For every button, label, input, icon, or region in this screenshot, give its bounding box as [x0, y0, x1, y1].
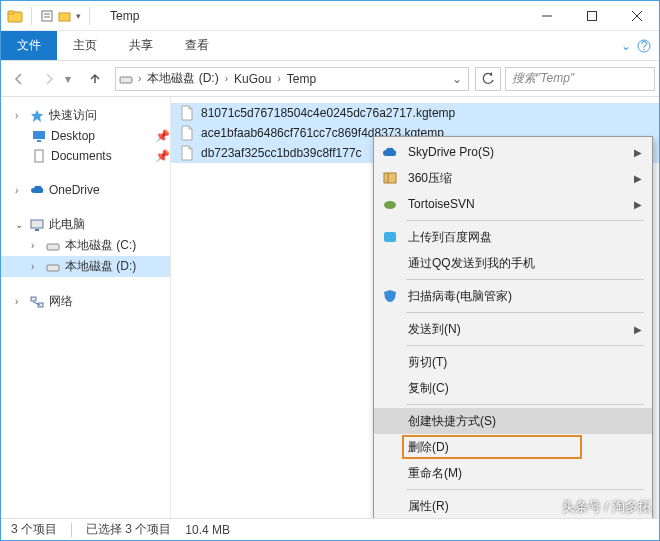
blank-icon	[380, 438, 400, 456]
file-name: db723af325cc1bdb39c8ff177c	[201, 146, 362, 160]
svg-rect-24	[384, 173, 396, 183]
separator	[406, 345, 644, 346]
search-input[interactable]: 搜索"Temp"	[505, 67, 655, 91]
blank-icon	[380, 497, 400, 515]
sidebar-item-label: 网络	[49, 293, 73, 310]
chevron-right-icon: ▶	[634, 173, 642, 184]
menu-item-rename[interactable]: 重命名(M)	[374, 460, 652, 486]
menu-item-delete[interactable]: 删除(D)	[374, 434, 652, 460]
qat-properties-icon[interactable]	[40, 9, 54, 23]
maximize-button[interactable]	[569, 1, 614, 31]
blank-icon	[380, 412, 400, 430]
menu-item-360zip[interactable]: 360压缩 ▶	[374, 165, 652, 191]
minimize-button[interactable]	[524, 1, 569, 31]
sidebar-item-label: OneDrive	[49, 183, 100, 197]
nav-forward-button[interactable]	[35, 65, 63, 93]
ribbon-tab-file[interactable]: 文件	[1, 31, 57, 60]
menu-label: 剪切(T)	[408, 354, 642, 371]
sidebar-item-network[interactable]: › 网络	[1, 291, 170, 312]
separator	[406, 404, 644, 405]
menu-item-baidu-upload[interactable]: 上传到百度网盘	[374, 224, 652, 250]
computer-icon	[29, 217, 45, 233]
svg-rect-12	[120, 77, 132, 83]
chevron-right-icon[interactable]: ›	[136, 73, 143, 84]
menu-item-tortoisesvn[interactable]: TortoiseSVN ▶	[374, 191, 652, 217]
chevron-right-icon[interactable]: ›	[223, 73, 230, 84]
menu-item-create-shortcut[interactable]: 创建快捷方式(S)	[374, 408, 652, 434]
quick-access-toolbar: ▾	[1, 7, 100, 25]
nav-history-dropdown[interactable]: ▾	[65, 72, 79, 86]
breadcrumb-item[interactable]: KuGou	[230, 72, 275, 86]
svg-rect-21	[31, 297, 36, 301]
breadcrumb-item[interactable]: 本地磁盘 (D:)	[143, 70, 222, 87]
menu-item-skydrive[interactable]: SkyDrive Pro(S) ▶	[374, 139, 652, 165]
menu-label: 复制(C)	[408, 380, 642, 397]
navigation-bar: ▾ › 本地磁盘 (D:) › KuGou › Temp ⌄ 搜索"Temp"	[1, 61, 659, 97]
chevron-right-icon: ▶	[634, 147, 642, 158]
qat-dropdown-icon[interactable]: ▾	[76, 11, 81, 21]
chevron-down-icon[interactable]: ⌄	[15, 219, 25, 230]
svg-marker-13	[31, 110, 43, 122]
svg-rect-15	[37, 140, 41, 142]
context-menu: SkyDrive Pro(S) ▶ 360压缩 ▶ TortoiseSVN ▶ …	[373, 136, 653, 522]
file-icon	[179, 145, 195, 161]
chevron-right-icon[interactable]: ›	[275, 73, 282, 84]
nav-back-button[interactable]	[5, 65, 33, 93]
breadcrumb[interactable]: › 本地磁盘 (D:) › KuGou › Temp ⌄	[115, 67, 469, 91]
svg-rect-16	[35, 150, 43, 162]
sidebar-item-desktop[interactable]: Desktop 📌	[1, 126, 170, 146]
ribbon-tab-view[interactable]: 查看	[169, 31, 225, 60]
separator	[71, 523, 72, 537]
chevron-right-icon[interactable]: ›	[15, 110, 25, 121]
separator	[89, 7, 90, 25]
sidebar-item-drive-c[interactable]: › 本地磁盘 (C:)	[1, 235, 170, 256]
sidebar-quick-access[interactable]: › 快速访问	[1, 105, 170, 126]
chevron-right-icon[interactable]: ›	[31, 240, 41, 251]
separator	[406, 279, 644, 280]
file-icon	[179, 105, 195, 121]
blank-icon	[380, 353, 400, 371]
svg-rect-2	[42, 11, 52, 21]
sidebar-item-onedrive[interactable]: › OneDrive	[1, 180, 170, 200]
refresh-button[interactable]	[475, 67, 501, 91]
menu-item-sendto[interactable]: 发送到(N) ▶	[374, 316, 652, 342]
app-icon	[7, 8, 23, 24]
breadcrumb-item[interactable]: Temp	[283, 72, 320, 86]
svg-rect-7	[587, 11, 596, 20]
close-button[interactable]	[614, 1, 659, 31]
svg-rect-14	[33, 131, 45, 139]
file-name: 81071c5d76718504c4e0245dc76a2717.kgtemp	[201, 106, 455, 120]
cloud-icon	[380, 143, 400, 161]
chevron-right-icon[interactable]: ›	[15, 185, 25, 196]
file-row[interactable]: 81071c5d76718504c4e0245dc76a2717.kgtemp	[171, 103, 659, 123]
separator	[406, 312, 644, 313]
ribbon-tab-share[interactable]: 共享	[113, 31, 169, 60]
cloud-icon	[29, 182, 45, 198]
ribbon-tab-home[interactable]: 主页	[57, 31, 113, 60]
menu-item-cut[interactable]: 剪切(T)	[374, 349, 652, 375]
network-icon	[29, 294, 45, 310]
qat-newfolder-icon[interactable]	[58, 9, 72, 23]
nav-up-button[interactable]	[81, 65, 109, 93]
menu-label: 上传到百度网盘	[408, 229, 642, 246]
zip-icon	[380, 169, 400, 187]
sidebar-item-label: Desktop	[51, 129, 95, 143]
blank-icon	[380, 254, 400, 272]
breadcrumb-dropdown-icon[interactable]: ⌄	[446, 72, 468, 86]
menu-item-qq-send[interactable]: 通过QQ发送到我的手机	[374, 250, 652, 276]
chevron-right-icon[interactable]: ›	[31, 261, 41, 272]
menu-label: TortoiseSVN	[408, 197, 626, 211]
chevron-right-icon[interactable]: ›	[15, 296, 25, 307]
help-icon[interactable]: ?	[637, 39, 651, 53]
ribbon-expand-icon[interactable]: ⌄	[621, 39, 631, 53]
sidebar-item-documents[interactable]: Documents 📌	[1, 146, 170, 166]
sidebar-item-drive-d[interactable]: › 本地磁盘 (D:)	[1, 256, 170, 277]
menu-item-copy[interactable]: 复制(C)	[374, 375, 652, 401]
status-item-count: 3 个项目	[11, 521, 57, 538]
pin-icon: 📌	[155, 149, 170, 163]
svg-rect-17	[31, 220, 43, 228]
shield-icon	[380, 287, 400, 305]
sidebar-item-thispc[interactable]: ⌄ 此电脑	[1, 214, 170, 235]
menu-item-scan-virus[interactable]: 扫描病毒(电脑管家)	[374, 283, 652, 309]
svg-rect-20	[47, 265, 59, 271]
